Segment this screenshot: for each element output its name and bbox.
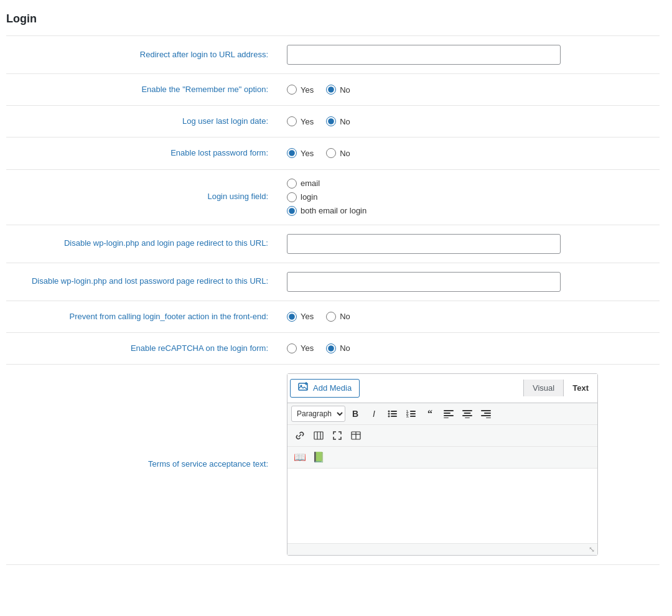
tab-visual[interactable]: Visual (523, 380, 563, 396)
settings-table: Redirect after login to URL address: Ena… (6, 35, 660, 565)
lost-password-form-no-radio[interactable] (326, 148, 336, 158)
log-last-login-no-radio[interactable] (326, 116, 336, 126)
login-field-both-radio[interactable] (287, 206, 297, 216)
control-disable-wplogin-lostpw-redirect (281, 263, 660, 301)
add-media-label: Add Media (313, 383, 352, 393)
row-log-last-login: Log user last login date: Yes No (6, 106, 660, 138)
row-login-using-field: Login using field: email login both emai… (6, 169, 660, 225)
svg-point-4 (388, 410, 390, 412)
control-redirect-url (281, 36, 660, 74)
disable-wplogin-redirect-input[interactable] (287, 234, 561, 254)
toolbar-book1-button[interactable]: 📖 (291, 449, 309, 465)
login-field-login-label[interactable]: login (287, 192, 317, 202)
log-last-login-yes-label[interactable]: Yes (287, 116, 314, 126)
toolbar-book2-button[interactable]: 📗 (310, 449, 327, 465)
remember-me-no-label[interactable]: No (326, 85, 350, 95)
control-remember-me: Yes No (281, 74, 660, 106)
editor-resize-handle: ⤡ (287, 543, 597, 555)
toolbar-row-3: 📖 📗 (287, 447, 597, 469)
lost-password-form-yes-label[interactable]: Yes (287, 148, 314, 158)
login-field-email-label[interactable]: email (287, 179, 320, 189)
svg-rect-25 (484, 413, 491, 414)
redirect-url-input[interactable] (287, 45, 561, 65)
svg-rect-21 (464, 413, 471, 414)
svg-point-8 (388, 415, 390, 417)
svg-rect-26 (481, 415, 491, 416)
svg-rect-9 (391, 416, 397, 417)
editor-view-tabs: Visual Text (523, 380, 597, 396)
toolbar-ul-button[interactable] (384, 406, 401, 422)
control-lost-password-form: Yes No (281, 138, 660, 169)
remember-me-radio-group: Yes No (287, 85, 660, 95)
toolbar-ol-button[interactable]: 1.2.3. (403, 406, 420, 422)
svg-rect-15 (410, 416, 416, 417)
recaptcha-login-no-label[interactable]: No (326, 343, 350, 353)
svg-rect-28 (314, 432, 323, 439)
prevent-login-footer-no-radio[interactable] (326, 312, 336, 322)
svg-rect-20 (462, 410, 472, 411)
svg-rect-23 (465, 418, 470, 418)
control-recaptcha-login: Yes No (281, 332, 660, 364)
label-lost-password-form: Enable lost password form: (6, 138, 281, 169)
toolbar-link-button[interactable] (291, 427, 309, 444)
editor-content-area[interactable] (287, 469, 597, 543)
row-prevent-login-footer: Prevent from calling login_footer action… (6, 301, 660, 332)
label-redirect-url: Redirect after login to URL address: (6, 36, 281, 74)
section-title: Login (6, 12, 660, 26)
row-terms-of-service: Terms of service acceptance text: (6, 364, 660, 564)
add-media-button[interactable]: Add Media (290, 379, 360, 398)
recaptcha-login-yes-radio[interactable] (287, 343, 297, 353)
toolbar-align-center-button[interactable] (459, 406, 476, 422)
toolbar-italic-button[interactable]: I (365, 406, 383, 422)
toolbar-table-button[interactable] (347, 427, 365, 444)
login-field-login-radio[interactable] (287, 192, 297, 202)
row-lost-password-form: Enable lost password form: Yes No (6, 138, 660, 169)
row-remember-me: Enable the "Remember me" option: Yes No (6, 74, 660, 106)
disable-wplogin-lostpw-redirect-input[interactable] (287, 272, 561, 292)
svg-rect-5 (391, 411, 397, 412)
prevent-login-footer-no-label[interactable]: No (326, 312, 350, 322)
svg-text:3.: 3. (406, 414, 409, 418)
control-disable-wplogin-redirect (281, 225, 660, 263)
svg-rect-18 (444, 415, 454, 416)
svg-point-6 (388, 413, 390, 414)
tab-text[interactable]: Text (563, 380, 597, 396)
login-field-both-label[interactable]: both email or login (287, 206, 366, 216)
recaptcha-login-yes-label[interactable]: Yes (287, 343, 314, 353)
remember-me-no-radio[interactable] (326, 85, 336, 95)
label-login-using-field: Login using field: (6, 169, 281, 225)
login-field-email-radio[interactable] (287, 179, 297, 189)
lost-password-form-radio-group: Yes No (287, 148, 660, 158)
row-disable-wplogin-redirect: Disable wp-login.php and login page redi… (6, 225, 660, 263)
toolbar-align-right-button[interactable] (477, 406, 495, 422)
label-recaptcha-login: Enable reCAPTCHA on the login form: (6, 332, 281, 364)
label-disable-wplogin-redirect: Disable wp-login.php and login page redi… (6, 225, 281, 263)
recaptcha-login-no-radio[interactable] (326, 343, 336, 353)
toolbar-bold-button[interactable]: B (347, 406, 364, 422)
log-last-login-yes-radio[interactable] (287, 116, 297, 126)
control-log-last-login: Yes No (281, 106, 660, 138)
svg-rect-22 (462, 415, 472, 416)
log-last-login-radio-group: Yes No (287, 116, 660, 126)
recaptcha-login-radio-group: Yes No (287, 343, 660, 353)
prevent-login-footer-yes-radio[interactable] (287, 312, 297, 322)
toolbar-fullscreen-button[interactable] (329, 427, 346, 444)
resize-icon: ⤡ (589, 545, 595, 554)
toolbar-blockquote-button[interactable]: “ (421, 406, 439, 422)
lost-password-form-no-label[interactable]: No (326, 148, 350, 158)
label-prevent-login-footer: Prevent from calling login_footer action… (6, 301, 281, 332)
remember-me-yes-label[interactable]: Yes (287, 85, 314, 95)
prevent-login-footer-yes-label[interactable]: Yes (287, 312, 314, 322)
row-disable-wplogin-lostpw-redirect: Disable wp-login.php and lost password p… (6, 263, 660, 301)
label-log-last-login: Log user last login date: (6, 106, 281, 138)
svg-rect-13 (410, 413, 416, 414)
log-last-login-no-label[interactable]: No (326, 116, 350, 126)
label-disable-wplogin-lostpw-redirect: Disable wp-login.php and lost password p… (6, 263, 281, 301)
lost-password-form-yes-radio[interactable] (287, 148, 297, 158)
toolbar-columns-button[interactable] (310, 427, 327, 444)
login-using-field-radio-group: email login both email or login (287, 179, 660, 216)
remember-me-yes-radio[interactable] (287, 85, 297, 95)
row-recaptcha-login: Enable reCAPTCHA on the login form: Yes … (6, 332, 660, 364)
paragraph-select[interactable]: Paragraph (291, 406, 345, 422)
toolbar-align-left-button[interactable] (440, 406, 457, 422)
